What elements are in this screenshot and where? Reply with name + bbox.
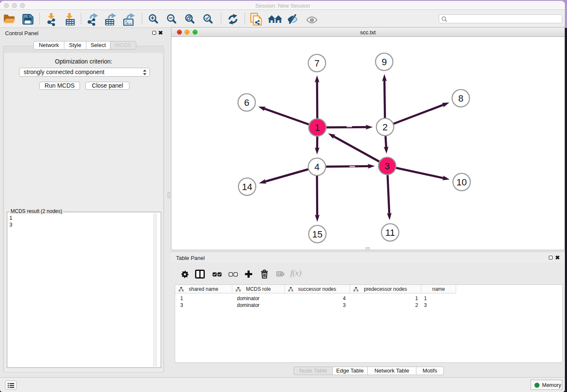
svg-text:4: 4 xyxy=(314,162,319,172)
svg-text:14: 14 xyxy=(242,182,252,192)
svg-text:8: 8 xyxy=(458,93,463,104)
svg-text:7: 7 xyxy=(314,58,319,69)
svg-text:15: 15 xyxy=(312,229,322,240)
svg-text:6: 6 xyxy=(244,97,249,108)
svg-text:2: 2 xyxy=(383,122,388,133)
svg-text:3: 3 xyxy=(385,161,390,171)
svg-text:11: 11 xyxy=(385,227,395,238)
svg-text:1: 1 xyxy=(315,122,320,133)
svg-text:9: 9 xyxy=(382,57,387,67)
svg-text:10: 10 xyxy=(457,177,467,188)
